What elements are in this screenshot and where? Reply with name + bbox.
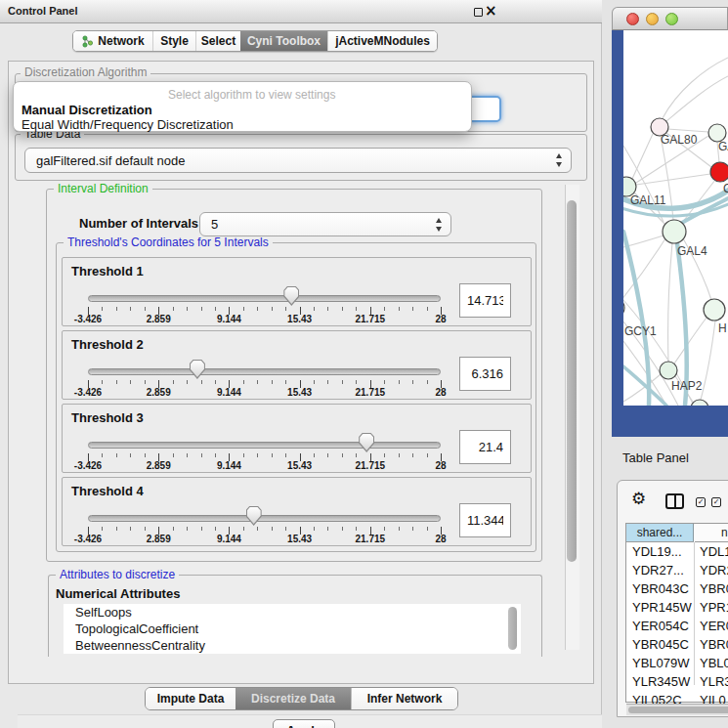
threshold-1-value-field[interactable] bbox=[459, 283, 511, 318]
tab-network[interactable]: Network bbox=[73, 31, 152, 51]
network-node[interactable] bbox=[660, 362, 677, 379]
discretization-algorithm-group-title: Discretization Algorithm bbox=[21, 66, 150, 78]
threshold-1-slider-thumb[interactable] bbox=[283, 286, 299, 306]
table-hscrollbar-thumb[interactable] bbox=[628, 707, 728, 713]
threshold-3-panel: Threshold 3 -3.4262.8599.14415.4321.7152… bbox=[62, 404, 532, 473]
cell-shared-name[interactable]: YDR27... bbox=[632, 561, 684, 579]
tab-discretize-data[interactable]: Discretize Data bbox=[236, 688, 351, 709]
network-node[interactable] bbox=[704, 299, 725, 321]
algorithm-option-equal-width[interactable]: Equal Width/Frequency Discretization bbox=[21, 117, 234, 132]
network-node[interactable] bbox=[710, 162, 728, 182]
close-icon[interactable]: × bbox=[485, 2, 497, 20]
apply-button[interactable]: Apply bbox=[273, 719, 335, 728]
cell-name[interactable]: YLR3 bbox=[700, 672, 728, 691]
cell-shared-name[interactable]: YBR045C bbox=[632, 635, 689, 654]
network-node-label: GCY1 bbox=[624, 324, 657, 338]
threshold-4-value-field[interactable] bbox=[459, 503, 511, 537]
numerical-attributes-list[interactable]: SelfLoopsTopologicalCoefficientBetweenne… bbox=[64, 604, 521, 654]
table-row[interactable]: YLR345WYLR3 bbox=[626, 672, 728, 691]
table-panel-card: ⚙ ✓ ✓ shared... n YDL19...YDL1YDR27...YD… bbox=[617, 480, 728, 717]
tab-select[interactable]: Select bbox=[195, 31, 240, 51]
algorithm-option-manual[interactable]: Manual Discretization bbox=[21, 103, 152, 117]
number-of-intervals-value: 5 bbox=[200, 217, 218, 232]
network-node-label: GAL80 bbox=[661, 133, 698, 147]
slider-track[interactable] bbox=[88, 442, 441, 449]
slider-major-ticks bbox=[88, 380, 442, 388]
network-window-titlebar bbox=[612, 7, 728, 30]
cyni-toolbox-panel: Discretization Algorithm Table Data galF… bbox=[8, 61, 594, 684]
checkbox-icon[interactable]: ✓ bbox=[711, 497, 721, 507]
attribute-list-item[interactable]: BetweennessCentrality bbox=[64, 637, 521, 654]
table-row[interactable]: YBR043CYBR0 bbox=[626, 579, 728, 598]
threshold-1-panel: Threshold 1 -3.4262.8599.14415.4321.7152… bbox=[62, 257, 532, 326]
cell-shared-name[interactable]: YLR345W bbox=[632, 672, 690, 691]
split-columns-icon[interactable] bbox=[665, 493, 684, 509]
cell-name[interactable]: YPR1 bbox=[700, 598, 728, 617]
tab-jactivemnodules[interactable]: jActiveMNodules bbox=[327, 31, 437, 51]
cell-shared-name[interactable]: YBL079W bbox=[632, 654, 690, 672]
slider-track[interactable] bbox=[88, 515, 441, 522]
tab-cyni-toolbox[interactable]: Cyni Toolbox bbox=[240, 31, 327, 51]
cell-shared-name[interactable]: YER054C bbox=[632, 617, 689, 635]
cell-shared-name[interactable]: YBR043C bbox=[632, 579, 689, 598]
column-header-shared-name[interactable]: shared... bbox=[626, 524, 694, 542]
tab-impute-data[interactable]: Impute Data bbox=[146, 688, 236, 709]
close-traffic-light[interactable] bbox=[626, 13, 639, 25]
table-row[interactable]: YDL19...YDL1 bbox=[626, 542, 728, 561]
number-of-intervals-combo[interactable]: 5 bbox=[199, 212, 451, 236]
column-header-name[interactable]: n bbox=[695, 524, 728, 542]
slider-major-ticks bbox=[88, 307, 442, 315]
checkbox-icon[interactable]: ✓ bbox=[696, 497, 706, 507]
cell-name[interactable]: YDL1 bbox=[700, 542, 728, 561]
slider-major-ticks bbox=[88, 527, 442, 535]
table-row[interactable]: YBL079WYBL0 bbox=[626, 654, 728, 672]
tab-style[interactable]: Style bbox=[152, 31, 195, 51]
bottom-tab-bar: Impute Data Discretize Data Infer Networ… bbox=[145, 687, 458, 710]
network-node-label: GAL11 bbox=[630, 193, 666, 207]
attribute-list-item[interactable]: SelfLoops bbox=[64, 604, 521, 621]
table-row[interactable]: YPR145WYPR1 bbox=[626, 598, 728, 617]
minimize-traffic-light[interactable] bbox=[646, 13, 659, 25]
cell-name[interactable]: YBL0 bbox=[700, 654, 728, 672]
table-row[interactable]: YDR27...YDR2 bbox=[626, 561, 728, 579]
tab-jactivemnodules-label: jActiveMNodules bbox=[335, 34, 430, 48]
attribute-list-item[interactable]: TopologicalCoefficient bbox=[64, 621, 521, 637]
cell-name[interactable]: YBR0 bbox=[700, 635, 728, 654]
apply-row: Apply bbox=[18, 714, 602, 728]
slider-track[interactable] bbox=[88, 295, 441, 302]
zoom-traffic-light[interactable] bbox=[665, 13, 678, 25]
algorithm-dropdown-popup: Select algorithm to view settings Manual… bbox=[13, 81, 472, 132]
network-node[interactable] bbox=[663, 220, 686, 243]
cell-name[interactable]: YER0 bbox=[700, 617, 728, 635]
tab-infer-network-label: Infer Network bbox=[367, 692, 443, 706]
threshold-3-value-field[interactable] bbox=[459, 430, 511, 464]
table-row[interactable]: YER054CYER0 bbox=[626, 617, 728, 635]
table-hscrollbar-track[interactable] bbox=[626, 704, 728, 715]
window-title: Control Panel bbox=[8, 5, 78, 17]
network-node[interactable] bbox=[691, 400, 708, 406]
network-canvas[interactable]: GAL80GACGAL11GAL4GCY1HHAP2 bbox=[623, 30, 728, 406]
table-row[interactable]: YBR045CYBR0 bbox=[626, 635, 728, 654]
tab-select-label: Select bbox=[201, 34, 236, 48]
threshold-4-slider-thumb[interactable] bbox=[246, 506, 262, 526]
gear-icon[interactable]: ⚙ bbox=[631, 491, 646, 507]
attributes-list-scrollbar[interactable] bbox=[508, 607, 517, 650]
threshold-2-slider-thumb[interactable] bbox=[190, 360, 205, 379]
table-data-combo[interactable]: galFiltered.sif default node bbox=[24, 148, 572, 173]
attributes-group-title: Attributes to discretize bbox=[56, 569, 179, 580]
tab-infer-network[interactable]: Infer Network bbox=[351, 688, 457, 709]
cell-name[interactable]: YDR2 bbox=[700, 561, 728, 579]
float-window-icon[interactable] bbox=[474, 8, 483, 17]
cell-shared-name[interactable]: YPR145W bbox=[632, 598, 692, 617]
network-icon bbox=[81, 35, 94, 48]
numerical-attributes-label: Numerical Attributes bbox=[56, 586, 180, 601]
threshold-2-value-field[interactable] bbox=[459, 357, 511, 391]
slider-track[interactable] bbox=[88, 368, 441, 375]
cell-shared-name[interactable]: YDL19... bbox=[632, 542, 682, 561]
settings-scrollbar-thumb[interactable] bbox=[567, 200, 577, 562]
control-panel-titlebar: Control Panel × bbox=[0, 0, 602, 23]
threshold-3-slider-thumb[interactable] bbox=[359, 433, 374, 452]
number-of-intervals-label: Number of Intervals bbox=[79, 216, 198, 231]
cell-name[interactable]: YBR0 bbox=[700, 579, 728, 598]
tab-impute-data-label: Impute Data bbox=[157, 692, 225, 706]
